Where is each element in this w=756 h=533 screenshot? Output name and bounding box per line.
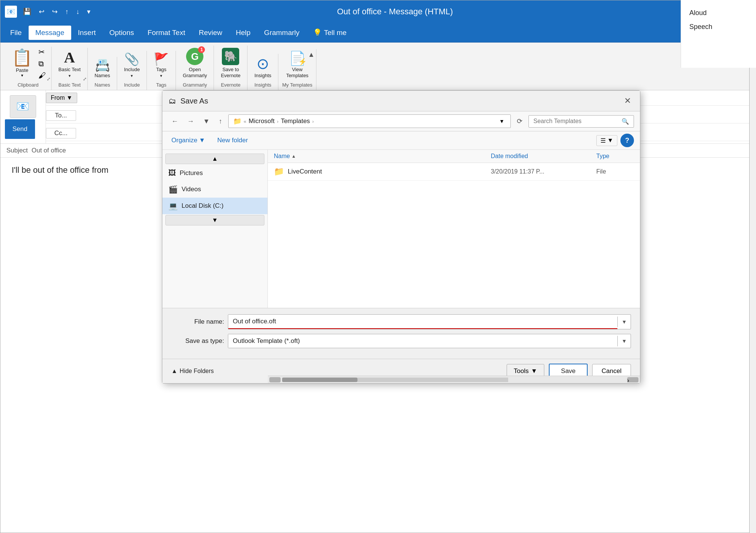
save-as-type-dropdown[interactable]: ▼ <box>617 336 631 346</box>
insights-items: ⊙ Insights <box>251 54 274 81</box>
paste-btn[interactable]: 📋 Paste ▾ <box>9 47 35 81</box>
col-name-header[interactable]: Name ▲ <box>274 153 491 160</box>
forward-nav-btn[interactable]: → <box>184 116 197 127</box>
menu-message[interactable]: Message <box>29 26 71 40</box>
menu-tell-me[interactable]: 💡 Tell me <box>306 25 353 40</box>
col-type-header[interactable]: Type <box>596 153 634 160</box>
up-btn[interactable]: ↑ <box>63 6 71 17</box>
address-folder-icon: 📁 <box>233 117 241 125</box>
help-btn[interactable]: ? <box>620 134 634 147</box>
include-label: Include▾ <box>124 67 140 78</box>
new-folder-label: New folder <box>217 137 248 144</box>
sidebar-item-pictures[interactable]: 🖼 Pictures <box>162 165 267 181</box>
dialog-address-bar: ← → ▼ ↑ 📁 « Microsoft › Templates › ▼ ⟳ … <box>162 111 640 131</box>
save-quick-btn[interactable]: 💾 <box>21 6 34 17</box>
subject-label: Subject <box>6 147 28 154</box>
tools-arrow: ▼ <box>531 367 538 375</box>
down-btn[interactable]: ↓ <box>74 6 82 17</box>
format-painter-btn[interactable]: 🖌 <box>37 70 47 81</box>
save-as-type-label: Save as type: <box>171 337 224 345</box>
view-arrow: ▼ <box>607 137 613 144</box>
title-bar-nav: 💾 ↩ ↪ ↑ ↓ ▾ <box>21 6 93 17</box>
undo-btn[interactable]: ↩ <box>37 6 47 17</box>
send-btn[interactable]: Send <box>5 119 35 139</box>
menu-review[interactable]: Review <box>192 26 229 40</box>
include-icon: 📎 <box>124 53 139 65</box>
file-name-dropdown[interactable]: ▼ <box>617 317 631 327</box>
save-as-type-input[interactable] <box>228 334 617 348</box>
videos-icon: 🎬 <box>168 185 178 194</box>
grammarly-items: G 1 OpenGrammarly <box>180 46 210 81</box>
ribbon-group-include: 📎 Include▾ Include <box>117 51 147 90</box>
ribbon-group-my-templates: 📄⚡ ViewTemplates My Templates ▲ <box>278 49 316 90</box>
menu-help[interactable]: Help <box>229 26 257 40</box>
evernote-group-label: Evernote <box>221 82 240 88</box>
evernote-btn[interactable]: 🐘 Save toEvernote <box>218 46 243 81</box>
basic-text-btn[interactable]: A Basic Text▾ <box>55 48 84 81</box>
cut-btn[interactable]: ✂ <box>37 47 47 57</box>
clipboard-expand[interactable]: ⤢ <box>47 76 50 82</box>
insights-icon: ⊙ <box>257 56 269 71</box>
organize-btn[interactable]: Organize ▼ <box>168 135 208 146</box>
names-label: Names <box>95 73 110 79</box>
search-input[interactable] <box>533 118 619 125</box>
pin-btn[interactable]: ▾ <box>85 6 93 17</box>
address-path-templates[interactable]: Templates <box>281 117 310 125</box>
save-as-type-input-wrapper: ▼ <box>228 334 631 348</box>
insights-label: Insights <box>254 73 271 79</box>
hide-folders-btn[interactable]: ▲ Hide Folders <box>171 368 214 375</box>
file-name-input[interactable] <box>228 315 617 329</box>
my-templates-collapse[interactable]: ▲ <box>308 51 315 59</box>
names-icon: 📇 <box>95 59 110 71</box>
address-path-dropdown[interactable]: ▼ <box>498 117 506 125</box>
file-list-item-livecontent[interactable]: 📁 LiveContent 3/20/2019 11:37 P... File <box>268 163 640 181</box>
menu-file[interactable]: File <box>3 26 29 40</box>
names-btn[interactable]: 📇 Names <box>92 57 113 81</box>
grammarly-group-label: Grammarly <box>183 82 207 88</box>
tags-btn[interactable]: 🚩 Tags▾ <box>151 51 172 81</box>
up-nav-btn[interactable]: ↑ <box>216 116 225 127</box>
menu-options[interactable]: Options <box>102 26 141 40</box>
view-templates-btn[interactable]: 📄⚡ ViewTemplates <box>283 49 312 81</box>
copy-btn[interactable]: ⧉ <box>37 59 47 69</box>
clipboard-label: Clipboard <box>18 82 39 88</box>
dialog-form: File name: ▼ Save as type: ▼ <box>162 308 640 359</box>
sidebar-scroll-down[interactable]: ▼ <box>165 215 264 225</box>
menu-insert[interactable]: Insert <box>71 26 103 40</box>
col-date-header[interactable]: Date modified <box>491 153 596 160</box>
message-preview-icon: 📧 <box>10 95 36 118</box>
sidebar-scroll-up[interactable]: ▲ <box>165 154 264 164</box>
menu-grammarly[interactable]: Grammarly <box>257 26 306 40</box>
dialog-close-btn[interactable]: ✕ <box>621 95 634 107</box>
from-dropdown[interactable]: From ▼ <box>46 93 78 103</box>
include-btn[interactable]: 📎 Include▾ <box>121 51 143 81</box>
pictures-icon: 🖼 <box>168 169 176 177</box>
sidebar-item-videos[interactable]: 🎬 Videos <box>162 181 267 198</box>
from-label: From <box>51 94 65 101</box>
back-nav-btn[interactable]: ← <box>168 116 181 127</box>
dropdown-nav-btn[interactable]: ▼ <box>200 116 213 127</box>
redo-btn[interactable]: ↪ <box>50 6 60 17</box>
sort-arrow-icon: ▲ <box>292 154 296 159</box>
ribbon-group-basic-text: A Basic Text▾ Basic Text ⤢ <box>52 48 88 90</box>
to-btn[interactable]: To... <box>46 110 76 121</box>
title-bar-controls-left: 📧 💾 ↩ ↪ ↑ ↓ ▾ <box>5 6 93 18</box>
insights-btn[interactable]: ⊙ Insights <box>251 54 274 81</box>
open-grammarly-btn[interactable]: G 1 OpenGrammarly <box>180 46 210 81</box>
file-type-livecontent: File <box>596 168 634 175</box>
address-path-microsoft[interactable]: Microsoft <box>249 117 275 125</box>
my-templates-label: My Templates <box>282 82 312 88</box>
new-folder-btn[interactable]: New folder <box>214 135 251 146</box>
aloud-item[interactable]: Aloud <box>687 6 750 20</box>
cc-btn[interactable]: Cc... <box>46 128 76 139</box>
sidebar-item-local-disk[interactable]: 💻 Local Disk (C:) <box>162 198 267 214</box>
dialog-main: Name ▲ Date modified Type 📁 LiveContent … <box>268 150 640 308</box>
refresh-btn[interactable]: ⟳ <box>514 116 525 127</box>
menu-format-text[interactable]: Format Text <box>141 26 192 40</box>
paste-dropdown-arrow: ▾ <box>21 73 23 78</box>
search-icon: 🔍 <box>622 118 629 125</box>
view-mode-btn[interactable]: ☰ ▼ <box>596 135 617 146</box>
basic-text-expand[interactable]: ⤢ <box>83 76 87 82</box>
basic-text-label: Basic Text▾ <box>58 67 81 78</box>
speech-item[interactable]: Speech <box>687 20 750 34</box>
